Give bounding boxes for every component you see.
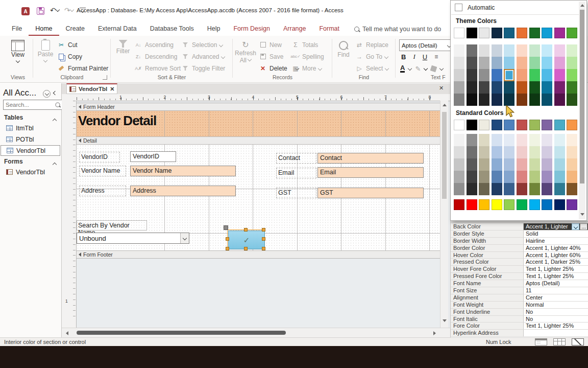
property-value[interactable]: Center — [523, 294, 588, 302]
ribbon-tab-create[interactable]: Create — [59, 22, 92, 36]
property-row-font-size[interactable]: Font Size11 — [451, 287, 588, 294]
format-painter-button[interactable]: Format Painter — [57, 62, 108, 74]
color-swatch[interactable] — [467, 120, 477, 130]
ribbon-tab-database-tools[interactable]: Database Tools — [143, 22, 201, 36]
selection-handle[interactable] — [262, 237, 265, 241]
color-swatch[interactable] — [492, 120, 502, 130]
property-value[interactable]: Accent 1, Lighter 60% — [523, 252, 588, 259]
datasheet-view-icon[interactable] — [553, 338, 566, 346]
color-swatch[interactable] — [567, 120, 577, 130]
color-swatch[interactable] — [554, 134, 565, 146]
color-swatch[interactable] — [529, 183, 540, 195]
nav-group-forms[interactable]: Forms — [4, 158, 23, 165]
color-swatch[interactable] — [454, 134, 464, 146]
property-row-hyperlink-address[interactable]: Hyperlink Address — [451, 330, 588, 337]
ribbon-tab-format[interactable]: Format — [312, 22, 346, 36]
color-swatch[interactable] — [467, 57, 477, 69]
property-value[interactable]: Accent 1, Lighter... — [523, 223, 588, 231]
property-dropdown-icon[interactable] — [572, 223, 579, 230]
color-swatch[interactable] — [517, 57, 527, 69]
bold-button[interactable]: B — [401, 53, 406, 61]
color-swatch[interactable] — [554, 183, 565, 195]
color-swatch[interactable] — [454, 171, 464, 183]
color-swatch[interactable] — [504, 44, 514, 57]
property-value[interactable]: 11 — [523, 287, 588, 294]
color-swatch[interactable] — [492, 158, 502, 171]
color-swatch[interactable] — [567, 134, 577, 146]
color-swatch[interactable] — [454, 199, 464, 210]
color-swatch[interactable] — [517, 134, 527, 146]
nav-menu-icon[interactable] — [43, 90, 51, 98]
color-swatch[interactable] — [467, 44, 477, 57]
property-value[interactable]: Accent 1, Lighter 40% — [523, 245, 588, 252]
color-swatch[interactable] — [567, 57, 577, 69]
horizontal-scrollbar[interactable] — [62, 328, 450, 337]
property-row-pressed-fore-color[interactable]: Pressed Fore ColorText 1, Lighter 25% — [451, 273, 588, 280]
form-title-label[interactable]: Vendor Detail — [78, 113, 165, 134]
selection-handle[interactable] — [262, 247, 265, 250]
color-swatch[interactable] — [479, 44, 489, 57]
color-swatch[interactable] — [492, 94, 502, 106]
property-value[interactable]: Accent 1, Darker 25% — [523, 259, 588, 266]
color-swatch[interactable] — [492, 199, 502, 210]
ribbon-tab-external-data[interactable]: External Data — [91, 22, 143, 36]
property-row-hover-fore-color[interactable]: Hover Fore ColorText 1, Lighter 25% — [451, 266, 588, 273]
color-swatch[interactable] — [542, 183, 552, 195]
color-swatch[interactable] — [504, 183, 514, 195]
nav-search-box[interactable]: Search... — [3, 100, 63, 110]
selection-handle[interactable] — [262, 228, 265, 232]
sidebar-item-potbl[interactable]: POTbl — [0, 134, 61, 145]
nav-group-tables[interactable]: Tables — [4, 114, 23, 121]
tab-close-icon[interactable]: ✕ — [110, 86, 114, 93]
selection-handle[interactable] — [226, 247, 229, 250]
color-swatch[interactable] — [529, 199, 540, 210]
color-swatch[interactable] — [504, 57, 514, 69]
ribbon-tab-form-design[interactable]: Form Design — [227, 22, 277, 36]
property-row-pressed-color[interactable]: Pressed ColorAccent 1, Darker 25% — [451, 259, 588, 266]
color-swatch[interactable] — [479, 69, 489, 81]
view-button[interactable]: View — [6, 40, 30, 65]
color-swatch[interactable] — [504, 94, 514, 106]
property-row-font-weight[interactable]: Font WeightNormal — [451, 302, 588, 309]
document-close-icon[interactable]: ✕ — [439, 85, 444, 91]
color-swatch[interactable] — [554, 146, 565, 158]
color-swatch[interactable] — [542, 44, 552, 57]
color-swatch[interactable] — [517, 44, 527, 57]
color-swatch[interactable] — [492, 183, 502, 195]
color-swatch[interactable] — [542, 120, 552, 130]
color-swatch[interactable] — [479, 183, 489, 195]
color-swatch[interactable] — [479, 146, 489, 158]
save-icon[interactable] — [37, 7, 44, 15]
color-swatch[interactable] — [542, 146, 552, 158]
color-swatch[interactable] — [529, 28, 540, 38]
color-swatch[interactable] — [517, 158, 527, 171]
color-swatch[interactable] — [517, 120, 527, 130]
color-swatch[interactable] — [567, 28, 577, 38]
automatic-color-item[interactable]: Automatic — [455, 4, 495, 11]
italic-button[interactable]: I — [413, 53, 415, 61]
color-swatch[interactable] — [492, 57, 502, 69]
color-swatch[interactable] — [454, 44, 464, 57]
color-swatch[interactable] — [454, 120, 464, 130]
field-label-email[interactable]: Email — [276, 168, 316, 178]
color-swatch[interactable] — [479, 158, 489, 171]
property-row-hover-color[interactable]: Hover ColorAccent 1, Lighter 60% — [451, 252, 588, 259]
property-row-font-underline[interactable]: Font UnderlineNo — [451, 309, 588, 316]
property-row-alignment[interactable]: AlignmentCenter — [451, 294, 588, 302]
color-swatch[interactable] — [454, 81, 464, 94]
color-swatch[interactable] — [492, 44, 502, 57]
property-row-border-width[interactable]: Border WidthHairline — [451, 238, 588, 245]
field-textbox-email[interactable]: Email — [317, 167, 424, 178]
color-swatch[interactable] — [504, 171, 514, 183]
color-swatch[interactable] — [492, 28, 502, 38]
color-swatch[interactable] — [467, 69, 477, 81]
field-textbox-gst[interactable]: GST — [317, 188, 424, 198]
color-swatch[interactable] — [504, 81, 514, 94]
property-row-fore-color[interactable]: Fore ColorText 1, Lighter 25% — [451, 323, 588, 330]
color-swatch[interactable] — [517, 28, 527, 38]
color-swatch[interactable] — [479, 199, 489, 210]
color-swatch[interactable] — [479, 94, 489, 106]
color-swatch[interactable] — [504, 28, 514, 38]
color-swatch[interactable] — [517, 94, 527, 106]
field-textbox-vendor-name[interactable]: Vendor Name — [130, 166, 236, 176]
